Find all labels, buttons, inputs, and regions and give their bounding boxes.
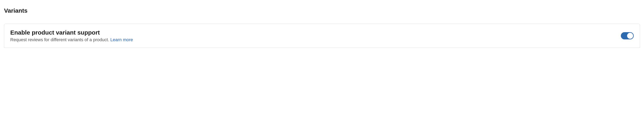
card-title: Enable product variant support <box>10 29 133 36</box>
card-description-text: Request reviews for different variants o… <box>10 37 110 42</box>
enable-variant-support-toggle[interactable] <box>621 32 634 39</box>
card-content: Enable product variant support Request r… <box>10 29 133 42</box>
section-title: Variants <box>4 7 640 14</box>
toggle-thumb <box>627 33 633 39</box>
card-description: Request reviews for different variants o… <box>10 37 133 42</box>
learn-more-link[interactable]: Learn more <box>110 37 133 42</box>
variant-support-card: Enable product variant support Request r… <box>4 24 640 48</box>
